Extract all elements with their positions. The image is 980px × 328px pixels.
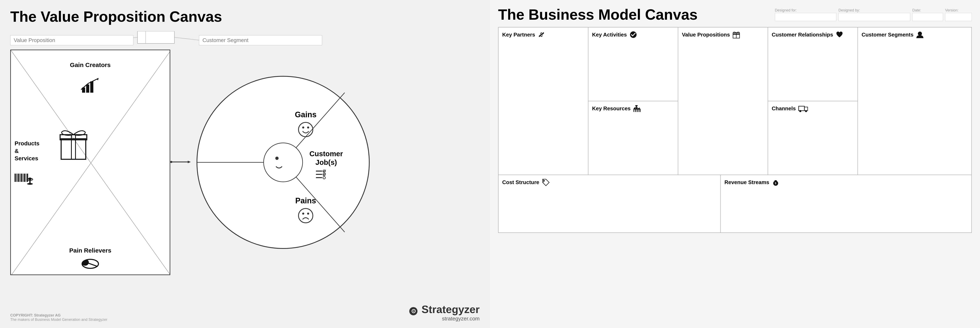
designed-for-input[interactable] (775, 13, 837, 21)
svg-rect-14 (21, 174, 22, 182)
channels-icon (798, 105, 808, 113)
designed-by-input[interactable] (838, 13, 910, 21)
vp-labels-row: Value Proposition Customer Segment (10, 31, 480, 48)
svg-rect-62 (638, 109, 640, 112)
bmc-grid: Key Partners Key Activities (498, 27, 972, 233)
strategyzer-logo: ⊙ Strategyzer (409, 303, 480, 315)
svg-rect-11 (16, 174, 17, 182)
svg-text:$: $ (775, 182, 776, 185)
revenue-streams-title: Revenue Streams $ (724, 178, 968, 186)
key-activities-title: Key Activities (592, 31, 674, 38)
svg-rect-45 (316, 171, 322, 171)
svg-point-53 (302, 212, 304, 215)
svg-point-22 (28, 177, 32, 180)
designed-for-label: Designed for: (775, 8, 837, 13)
svg-point-74 (544, 180, 545, 181)
value-props-title: Value Propositions (682, 31, 764, 38)
vp-square: Gain Creators Products & Services (10, 50, 170, 275)
right-panel: The Business Model Canvas Designed for: … (490, 0, 980, 328)
bmc-top-row: Key Partners Key Activities (498, 27, 971, 175)
copyright: COPYRIGHT: Strategyzer AG The makers of … (10, 313, 107, 322)
channels-cell: Channels (768, 101, 858, 175)
svg-rect-10 (14, 174, 16, 182)
key-resources-cell: Key Resources (589, 101, 678, 175)
customer-segments-cell: Customer Segments (858, 27, 971, 175)
designed-by-field: Designed by: (838, 8, 910, 21)
customer-segments-icon (916, 31, 924, 38)
vp-title: The Value Proposition Canvas (10, 8, 480, 25)
customer-relationships-title: Customer Relationships (772, 31, 854, 38)
key-partners-icon (538, 31, 545, 38)
revenue-streams-icon: $ (772, 178, 780, 186)
svg-rect-72 (799, 106, 804, 111)
date-label: Date: (912, 8, 943, 13)
strategyzer-url: strategyzer.com (409, 315, 480, 322)
key-partners-title: Key Partners (502, 31, 584, 38)
strategyzer-footer: ⊙ Strategyzer strategyzer.com (409, 303, 480, 322)
svg-point-41 (302, 127, 304, 128)
svg-rect-16 (24, 174, 25, 182)
customer-relationships-icon (835, 31, 843, 38)
svg-text:Gains: Gains (295, 110, 317, 119)
key-activities-cell: Key Activities (589, 27, 678, 101)
products-services-label: Products & Services (14, 140, 41, 162)
svg-rect-0 (137, 31, 174, 43)
svg-text:Job(s): Job(s) (315, 158, 337, 166)
version-field: Version: (945, 8, 972, 21)
version-label: Version: (945, 8, 972, 13)
svg-rect-13 (19, 174, 20, 182)
cost-structure-cell: Cost Structure (498, 175, 721, 233)
svg-point-71 (805, 110, 807, 112)
bmc-header: The Business Model Canvas Designed for: … (498, 6, 972, 23)
value-props-cell: Value Propositions (678, 27, 768, 175)
svg-text:Pains: Pains (295, 196, 316, 205)
designed-by-label: Designed by: (838, 8, 910, 13)
cs-label-box: Customer Segment (199, 35, 322, 45)
svg-rect-46 (316, 174, 322, 175)
svg-point-70 (799, 110, 801, 112)
svg-rect-61 (636, 109, 637, 112)
version-input[interactable] (945, 13, 972, 21)
activities-resources-col: Key Activities Key Resources (589, 27, 678, 175)
cr-channels-col: Customer Relationships Channels (768, 27, 858, 175)
logo-icon: ⊙ (409, 307, 417, 315)
copyright-line2: The makers of Business Model Generation … (10, 317, 107, 322)
svg-rect-68 (799, 106, 804, 111)
bmc-title: The Business Model Canvas (498, 6, 697, 23)
cost-structure-icon (542, 178, 550, 186)
arrow-connector (170, 160, 191, 165)
svg-text:Customer: Customer (309, 150, 343, 158)
svg-marker-32 (188, 161, 191, 163)
date-field: Date: (912, 8, 943, 21)
gain-creators-icon (80, 77, 100, 98)
products-icon (14, 174, 33, 187)
svg-marker-59 (638, 108, 640, 109)
bmc-meta: Designed for: Designed by: Date: Version… (775, 6, 972, 21)
svg-rect-8 (90, 81, 93, 93)
svg-point-54 (307, 212, 309, 215)
cost-structure-title: Cost Structure (502, 178, 717, 186)
channels-title: Channels (772, 105, 854, 113)
date-input[interactable] (912, 13, 943, 21)
customer-relationships-cell: Customer Relationships (768, 27, 858, 101)
svg-rect-7 (86, 84, 89, 93)
value-props-icon (732, 31, 740, 38)
key-resources-title: Key Resources (592, 105, 674, 113)
key-partners-cell: Key Partners (498, 27, 589, 175)
svg-rect-23 (61, 139, 86, 159)
svg-point-37 (264, 143, 302, 182)
svg-point-38 (275, 157, 278, 160)
svg-rect-17 (25, 174, 26, 182)
svg-rect-15 (22, 174, 23, 182)
vp-circle: Gains Customer Job(s) (191, 70, 375, 255)
vp-label-box: Value Proposition (10, 35, 134, 45)
gain-creators-label: Gain Creators (70, 62, 111, 68)
copyright-line1: COPYRIGHT: Strategyzer AG (10, 313, 107, 317)
customer-segments-title: Customer Segments (862, 31, 968, 38)
svg-rect-64 (635, 105, 638, 106)
svg-marker-57 (633, 106, 636, 109)
svg-point-42 (307, 127, 309, 128)
bmc-bottom-row: Cost Structure Revenue Streams (498, 175, 971, 233)
svg-rect-47 (316, 177, 322, 178)
svg-rect-12 (18, 174, 19, 182)
